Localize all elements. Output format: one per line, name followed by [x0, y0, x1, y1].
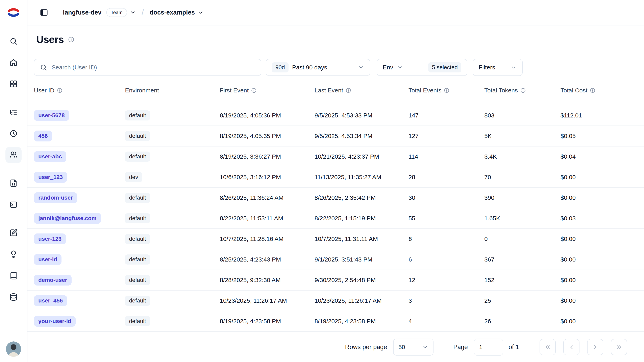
user-id-badge[interactable]: user-abc — [34, 151, 66, 162]
table-row[interactable]: demo-user default 8/28/2025, 9:32:30 AM … — [28, 270, 644, 290]
search-box — [34, 59, 261, 76]
page-label: Page — [453, 343, 468, 351]
environment-cell: default — [125, 234, 220, 244]
column-header-environment[interactable]: Environment — [125, 87, 220, 94]
table-row[interactable]: your-user-id default 8/19/2025, 4:23:58 … — [28, 311, 644, 332]
last-event-cell: 8/19/2025, 4:23:58 PM — [314, 318, 408, 325]
user-id-badge[interactable]: your-user-id — [34, 316, 76, 327]
filter-toolbar: 90d Past 90 days Env 5 selected Filters — [28, 54, 644, 76]
total-cost-cell: $0.00 — [560, 297, 638, 304]
sidebar-item-scores[interactable] — [6, 246, 22, 262]
info-icon — [520, 88, 526, 93]
clock-icon — [10, 130, 18, 138]
sidebar-item-evaluation[interactable] — [6, 225, 22, 241]
pagination-footer: Rows per page 50 Page of 1 — [28, 332, 644, 362]
page-number-input[interactable] — [474, 338, 503, 355]
sidebar-toggle-button[interactable] — [37, 6, 51, 19]
total-cost-cell: $0.00 — [560, 235, 638, 242]
sidebar-item-home[interactable] — [6, 55, 22, 71]
sidebar-item-dashboards[interactable] — [6, 76, 22, 92]
column-header-last-event[interactable]: Last Event — [314, 87, 408, 94]
users-icon — [10, 151, 18, 159]
sidebar-item-users[interactable] — [6, 147, 22, 163]
user-id-badge[interactable]: user-123 — [34, 233, 66, 244]
column-header-total-cost[interactable]: Total Cost — [560, 87, 638, 94]
prev-page-button[interactable] — [563, 339, 580, 355]
project-selector[interactable]: docs-examples — [150, 9, 204, 16]
column-label: Total Events — [408, 87, 441, 94]
total-tokens-cell: 152 — [484, 277, 560, 283]
table-body: user-5678 default 8/19/2025, 4:05:36 PM … — [28, 105, 644, 332]
table-row[interactable]: 456 default 8/19/2025, 4:05:35 PM 9/5/20… — [28, 126, 644, 147]
total-events-cell: 6 — [408, 256, 484, 263]
sidebar-item-prompts[interactable] — [6, 175, 22, 191]
first-event-cell: 8/22/2025, 11:53:11 AM — [220, 215, 314, 222]
user-id-badge[interactable]: random-user — [34, 192, 77, 203]
langfuse-logo[interactable] — [8, 7, 20, 19]
sidebar-item-search[interactable] — [6, 33, 22, 49]
sidebar-item-database[interactable] — [6, 289, 22, 305]
table-row[interactable]: user-123 default 10/7/2025, 11:28:16 AM … — [28, 229, 644, 249]
last-event-cell: 9/5/2025, 4:53:33 PM — [314, 112, 408, 119]
next-page-button[interactable] — [587, 339, 603, 355]
org-selector[interactable]: langfuse-dev Team — [63, 8, 136, 17]
search-input[interactable] — [52, 64, 255, 71]
total-cost-cell: $112.01 — [560, 112, 638, 119]
user-id-badge[interactable]: user_123 — [34, 172, 67, 183]
page-title: Users — [36, 34, 64, 45]
app-root: langfuse-dev Team / docs-examples Users … — [0, 0, 644, 362]
org-type-badge: Team — [106, 8, 127, 17]
table-row[interactable]: user-abc default 8/19/2025, 3:36:27 PM 1… — [28, 147, 644, 167]
environment-cell: dev — [125, 172, 220, 182]
total-cost-cell: $0.05 — [560, 133, 638, 139]
filters-button[interactable]: Filters — [472, 59, 522, 76]
environment-badge: dev — [125, 172, 142, 182]
sidebar — [0, 0, 28, 362]
panel-left-icon — [40, 8, 48, 17]
info-icon[interactable] — [68, 36, 74, 43]
user-avatar[interactable] — [6, 341, 21, 357]
table-row[interactable]: user-5678 default 8/19/2025, 4:05:36 PM … — [28, 105, 644, 126]
last-event-cell: 10/7/2025, 11:31:11 AM — [314, 235, 408, 242]
user-id-badge[interactable]: demo-user — [34, 275, 72, 285]
total-cost-cell: $0.04 — [560, 153, 638, 160]
file-json-icon — [10, 179, 18, 187]
last-page-button[interactable] — [611, 339, 627, 355]
user-id-badge[interactable]: user-id — [34, 254, 62, 265]
column-label: Total Tokens — [484, 87, 518, 94]
column-header-user-id[interactable]: User ID — [34, 87, 125, 94]
environment-select[interactable]: Env 5 selected — [377, 59, 467, 76]
sidebar-item-playground[interactable] — [6, 197, 22, 213]
table-row[interactable]: random-user default 8/26/2025, 11:36:24 … — [28, 188, 644, 208]
user-id-badge[interactable]: user-5678 — [34, 110, 69, 121]
first-event-cell: 10/6/2025, 3:16:12 PM — [220, 174, 314, 181]
info-icon — [590, 88, 596, 93]
user-id-badge[interactable]: 456 — [34, 131, 52, 141]
sidebar-item-tracing[interactable] — [6, 104, 22, 120]
date-range-select[interactable]: 90d Past 90 days — [266, 59, 370, 76]
column-header-first-event[interactable]: First Event — [220, 87, 314, 94]
user-id-badge[interactable]: user_456 — [34, 295, 67, 306]
user-id-badge[interactable]: jannik@langfuse.com — [34, 213, 101, 224]
column-header-total-tokens[interactable]: Total Tokens — [484, 87, 560, 94]
column-label: Total Cost — [560, 87, 587, 94]
rows-per-page-select[interactable]: 50 — [393, 338, 434, 355]
sidebar-item-sessions[interactable] — [6, 126, 22, 142]
env-selected-badge: 5 selected — [428, 62, 461, 73]
table-row[interactable]: user-id default 8/25/2025, 4:23:43 PM 9/… — [28, 249, 644, 270]
avatar-image — [6, 341, 21, 357]
chevron-down-icon — [510, 64, 516, 70]
sidebar-item-datasets[interactable] — [6, 268, 22, 284]
total-events-cell: 55 — [408, 215, 484, 222]
sidebar-footer — [6, 341, 21, 362]
table-row[interactable]: user_456 default 10/23/2025, 11:26:17 AM… — [28, 290, 644, 311]
langfuse-logo-icon — [8, 7, 20, 19]
table-row[interactable]: user_123 dev 10/6/2025, 3:16:12 PM 11/13… — [28, 167, 644, 188]
total-events-cell: 4 — [408, 318, 484, 325]
table-row[interactable]: jannik@langfuse.com default 8/22/2025, 1… — [28, 208, 644, 229]
environment-badge: default — [125, 316, 150, 326]
column-header-total-events[interactable]: Total Events — [408, 87, 484, 94]
first-page-button[interactable] — [540, 339, 556, 355]
org-name: langfuse-dev — [63, 9, 102, 16]
user-id-cell: user-123 — [34, 233, 125, 244]
